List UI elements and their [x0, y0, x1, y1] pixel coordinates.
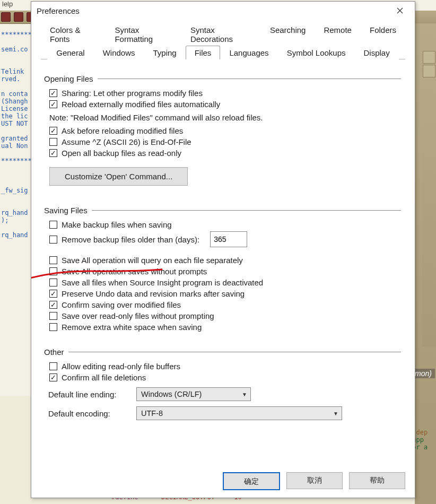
- opening-item-checkbox[interactable]: [49, 100, 57, 108]
- opening-item-label: Sharing: Let other programs modify files: [62, 89, 203, 98]
- opening-items: Sharing: Let other programs modify files…: [45, 89, 401, 109]
- saving-item-row: Remove extra white space when saving: [49, 323, 401, 332]
- saving-item-row: Save All operation saves without prompts: [49, 267, 401, 276]
- opening-item-checkbox[interactable]: [49, 89, 57, 97]
- chevron-down-icon: ▼: [242, 392, 247, 397]
- other-item-checkbox[interactable]: [49, 362, 57, 370]
- opening-item-row: Assume ^Z (ASCII 26) is End-Of-File: [49, 137, 401, 146]
- saving-item-label: Preserve Undo data and revision marks af…: [62, 289, 245, 298]
- saving-item-label: Confirm saving over modified files: [62, 300, 181, 309]
- side-panel-tab[interactable]: [423, 65, 435, 77]
- preferences-dialog: Preferences Colors & FontsSyntax Formatt…: [31, 1, 415, 498]
- saving-item-row: Preserve Undo data and revision marks af…: [49, 289, 401, 298]
- make-backup-checkbox[interactable]: [49, 221, 57, 229]
- opening-item-row: Open all backup files as read-only: [49, 149, 401, 158]
- saving-item-row: Save all files when Source Insight progr…: [49, 278, 401, 287]
- saving-item-row: Save All operation will query on each fi…: [49, 256, 401, 265]
- opening-item-checkbox[interactable]: [49, 127, 57, 135]
- cancel-button[interactable]: 取消: [286, 472, 343, 489]
- remove-older-checkbox[interactable]: [49, 236, 57, 244]
- customize-open-button[interactable]: Customize 'Open' Command...: [49, 167, 188, 186]
- tab-row-2: GeneralWindowsTypingFilesLanguagesSymbol…: [47, 46, 398, 59]
- section-title: Saving Files: [44, 206, 88, 215]
- saving-item-checkbox[interactable]: [49, 312, 57, 320]
- tabs-area: Colors & FontsSyntax FormattingSyntax De…: [31, 20, 415, 59]
- saving-item-checkbox[interactable]: [49, 301, 57, 309]
- chevron-down-icon: ▼: [333, 411, 338, 416]
- make-backup-row: Make backup files when saving: [49, 220, 401, 229]
- tab-colors-fonts[interactable]: Colors & Fonts: [41, 23, 106, 46]
- saving-item-row: Save over read-only files without prompt…: [49, 311, 401, 320]
- other-item-label: Confirm all file deletions: [62, 373, 146, 382]
- line-ending-label: Default line ending:: [48, 390, 128, 399]
- other-item-checkbox[interactable]: [49, 373, 57, 381]
- dialog-buttons: 确定 取消 帮助: [31, 466, 415, 498]
- section-other-header: Other: [44, 347, 401, 357]
- tab-row-1: Colors & FontsSyntax FormattingSyntax De…: [41, 23, 405, 46]
- opening-item-label: Open all backup files as read-only: [62, 149, 181, 158]
- encoding-value: UTF-8: [141, 409, 163, 418]
- make-backup-label: Make backup files when saving: [62, 220, 172, 229]
- line-ending-field: Default line ending: Windows (CR/LF) ▼: [48, 387, 401, 401]
- tab-files[interactable]: Files: [186, 46, 221, 59]
- other-item-row: Confirm all file deletions: [49, 373, 401, 382]
- titlebar: Preferences: [31, 2, 415, 20]
- remove-older-label: Remove backup files older than (days):: [62, 235, 199, 244]
- right-tool-rail: [422, 50, 436, 347]
- saving-item-label: Remove extra white space when saving: [62, 323, 202, 332]
- saving-items: Save All operation will query on each fi…: [45, 256, 401, 332]
- opening-item-row: Sharing: Let other programs modify files: [49, 89, 401, 98]
- tab-symbol-lookups[interactable]: Symbol Lookups: [278, 46, 355, 59]
- help-button[interactable]: 帮助: [349, 472, 405, 489]
- close-icon: [397, 7, 403, 14]
- tab-languages[interactable]: Languages: [220, 46, 277, 59]
- tab-typing[interactable]: Typing: [144, 46, 186, 59]
- other-item-label: Allow editing read-only file buffers: [62, 362, 180, 371]
- remove-older-days-input[interactable]: [210, 231, 247, 247]
- section-opening-header: Opening Files: [44, 74, 401, 83]
- saving-item-checkbox[interactable]: [49, 267, 57, 275]
- dialog-title: Preferences: [37, 6, 80, 15]
- close-button[interactable]: [389, 4, 411, 18]
- saving-item-label: Save all files when Source Insight progr…: [62, 278, 263, 287]
- saving-item-label: Save All operation saves without prompts: [62, 267, 207, 276]
- encoding-label: Default encoding:: [48, 409, 128, 418]
- section-saving-header: Saving Files: [44, 206, 401, 215]
- opening-item-row: Reload externally modified files automat…: [49, 100, 401, 109]
- opening-item-label: Assume ^Z (ASCII 26) is End-Of-File: [62, 137, 191, 146]
- encoding-field: Default encoding: UTF-8 ▼: [48, 406, 401, 420]
- tab-general[interactable]: General: [47, 46, 93, 59]
- tab-remote[interactable]: Remote: [315, 23, 361, 46]
- tab-syntax-formatting[interactable]: Syntax Formatting: [106, 23, 181, 46]
- opening-items-2: Ask before reloading modified filesAssum…: [45, 126, 401, 158]
- other-item-row: Allow editing read-only file buffers: [49, 362, 401, 371]
- other-items: Allow editing read-only file buffersConf…: [45, 362, 401, 382]
- tab-windows[interactable]: Windows: [94, 46, 144, 59]
- side-panel-tab[interactable]: [423, 51, 435, 64]
- saving-item-label: Save All operation will query on each fi…: [62, 256, 243, 265]
- opening-item-row: Ask before reloading modified files: [49, 126, 401, 135]
- tab-display[interactable]: Display: [355, 46, 399, 59]
- toolbar-icon[interactable]: [1, 12, 11, 22]
- saving-item-row: Confirm saving over modified files: [49, 300, 401, 309]
- dialog-content: Opening Files Sharing: Let other program…: [31, 59, 415, 466]
- ok-button[interactable]: 确定: [223, 472, 280, 490]
- opening-note: Note: "Reload Modified Files" command wi…: [49, 113, 401, 122]
- saving-item-checkbox[interactable]: [49, 290, 57, 298]
- line-ending-value: Windows (CR/LF): [141, 390, 202, 398]
- opening-item-label: Reload externally modified files automat…: [62, 100, 220, 109]
- toolbar-icon[interactable]: [14, 12, 23, 22]
- opening-item-checkbox[interactable]: [49, 138, 57, 146]
- tab-syntax-decorations[interactable]: Syntax Decorations: [181, 23, 261, 46]
- opening-item-checkbox[interactable]: [49, 149, 57, 157]
- saving-item-checkbox[interactable]: [49, 279, 57, 286]
- section-title: Other: [44, 347, 64, 357]
- line-ending-combo[interactable]: Windows (CR/LF) ▼: [136, 387, 251, 401]
- tab-folders[interactable]: Folders: [361, 23, 405, 46]
- tab-searching[interactable]: Searching: [261, 23, 315, 46]
- encoding-combo[interactable]: UTF-8 ▼: [136, 406, 342, 420]
- saving-item-checkbox[interactable]: [49, 256, 57, 264]
- opening-item-label: Ask before reloading modified files: [62, 126, 183, 135]
- saving-item-checkbox[interactable]: [49, 323, 57, 331]
- remove-older-row: Remove backup files older than (days):: [49, 231, 401, 247]
